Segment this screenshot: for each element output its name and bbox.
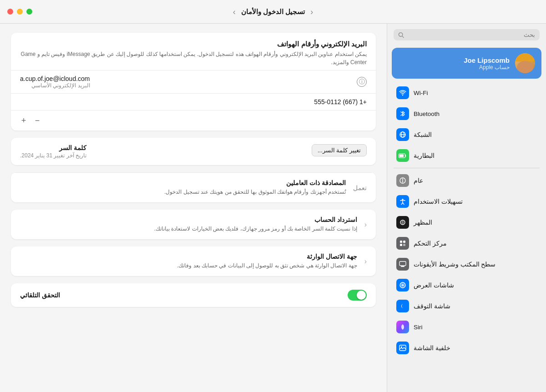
sidebar-item-sleep[interactable]: شاشة التوقف [390, 296, 543, 316]
desktop-icon [396, 258, 409, 271]
change-password-button[interactable]: تغيير كلمة السر... [312, 144, 367, 156]
toggle-thumb [357, 291, 366, 300]
close-button[interactable] [7, 9, 13, 15]
auto-signin-toggle[interactable] [348, 290, 367, 301]
legacy-row: ‹ جهة الاتصال الوارثة جهة الاتصال الوارث… [20, 253, 367, 270]
email-entry-right: a.cup.of.joe@icloud.com البريد الإلكترون… [20, 75, 90, 89]
svg-line-1 [402, 36, 404, 37]
email-section-header: البريد الإلكتروني وأرقام الهواتف يمكن اس… [11, 33, 376, 70]
svg-rect-18 [403, 244, 405, 246]
titlebar-nav: ‹ تسجيل الدخول والأمان › [233, 8, 313, 16]
sidebar-label-wallpaper: خلفية الشاشة [414, 344, 450, 352]
sidebar-item-accessibility[interactable]: تسهيلات الاستخدام [390, 191, 543, 211]
phone-value: +1 (667) 555-0112 [20, 98, 367, 106]
recovery-section: ‹ استرداد الحساب إذا نسيت كلمة السر الخا… [11, 210, 376, 239]
auto-signin-section: التحقق التلقائي [11, 283, 376, 307]
battery-icon [396, 149, 409, 162]
control-icon [396, 237, 409, 250]
svg-line-13 [403, 203, 404, 205]
sidebar-label-desktop: سطح المكتب وشريط الأيقونات [414, 261, 495, 268]
sidebar-label-wifi: Wi-Fi [414, 90, 428, 96]
sidebar-item-battery[interactable]: البطارية [390, 146, 543, 166]
nav-forward-button[interactable]: › [310, 8, 313, 16]
auto-signin-card: التحقق التلقائي [11, 283, 376, 307]
wifi-icon [396, 86, 409, 99]
sidebar-label-screensaver: شاشات العرض [414, 281, 454, 289]
password-section: تغيير كلمة السر... كلمة السر تاريخ آخر ت… [11, 138, 376, 165]
password-title: كلمة السر [20, 144, 86, 151]
recovery-title: استرداد الحساب [20, 216, 357, 223]
recovery-card: ‹ استرداد الحساب إذا نسيت كلمة السر الخا… [11, 210, 376, 239]
sidebar-label-display: المظهر [414, 219, 432, 226]
svg-point-8 [402, 179, 403, 180]
email-section-title: البريد الإلكتروني وأرقام الهواتف [20, 40, 367, 48]
password-date: تاريخ آخر تغيير 31 يناير 2024. [20, 152, 86, 159]
search-input-wrap [394, 29, 540, 40]
sidebar-label-general: عام [414, 177, 423, 184]
recovery-text: استرداد الحساب إذا نسيت كلمة السر الخاصة… [20, 216, 357, 233]
nav-back-button[interactable]: ‹ [233, 8, 236, 16]
avatar [515, 53, 535, 73]
email-section-description: يمكن استخدام عناوين البريد الإلكتروني وأ… [20, 50, 367, 66]
display-icon [396, 216, 409, 229]
two-factor-status: تعمل [353, 184, 367, 191]
legacy-chevron[interactable]: ‹ [364, 257, 367, 266]
titlebar: ‹ تسجيل الدخول والأمان › [0, 0, 546, 24]
network-icon [396, 128, 409, 141]
sidebar-item-control[interactable]: مركز التحكم [390, 233, 543, 253]
sidebar-label-siri: Siri [414, 324, 423, 331]
search-input[interactable] [407, 31, 535, 38]
general-icon [396, 174, 409, 187]
svg-rect-20 [401, 266, 404, 267]
recovery-chevron[interactable]: ‹ [364, 221, 367, 229]
maximize-button[interactable] [26, 9, 32, 15]
sidebar-item-screensaver[interactable]: شاشات العرض [390, 275, 543, 295]
legacy-description: جهة الاتصال الوارثة هي شخص تثق به للوصول… [20, 261, 357, 270]
svg-rect-17 [400, 244, 402, 246]
password-row: تغيير كلمة السر... كلمة السر تاريخ آخر ت… [20, 144, 367, 159]
sidebar-item-display[interactable]: المظهر [390, 212, 543, 232]
sidebar-label-control: مركز التحكم [414, 240, 447, 247]
sidebar-divider-1 [394, 168, 540, 168]
page-title: تسجيل الدخول والأمان [241, 8, 305, 16]
apple-id-text: Joe Lipscomb حساب Apple [464, 56, 510, 70]
svg-point-23 [401, 347, 402, 348]
sidebar-search [387, 24, 546, 46]
sidebar-item-wallpaper[interactable]: خلفية الشاشة [390, 338, 543, 358]
info-button[interactable]: ⓘ [357, 77, 367, 87]
two-factor-description: تُستخدم أجهزتك وأرقام هواتفك الموثوق بها… [20, 188, 346, 196]
sidebar-label-battery: البطارية [414, 152, 435, 159]
sidebar-label-accessibility: تسهيلات الاستخدام [414, 198, 463, 205]
sidebar-item-desktop[interactable]: سطح المكتب وشريط الأيقونات [390, 254, 543, 274]
phone-entry-row: +1 (667) 555-0112 [11, 93, 376, 110]
auto-signin-row: التحقق التلقائي [20, 290, 367, 301]
search-icon [398, 32, 404, 38]
avatar-face-skin [517, 61, 533, 73]
sidebar-item-wifi[interactable]: Wi-Fi [390, 83, 543, 103]
apple-id-card[interactable]: Joe Lipscomb حساب Apple [392, 48, 541, 79]
sleep-icon [396, 300, 409, 312]
remove-button[interactable]: − [31, 114, 44, 127]
two-factor-text: المصادقة ذات العاملين تُستخدم أجهزتك وأر… [20, 179, 346, 196]
add-button[interactable]: + [17, 114, 30, 127]
sidebar: Joe Lipscomb حساب Apple Wi-Fi [387, 24, 546, 392]
password-text-group: كلمة السر تاريخ آخر تغيير 31 يناير 2024. [20, 144, 86, 159]
sidebar-item-network[interactable]: الشبكة [390, 125, 543, 145]
sidebar-item-general[interactable]: عام [390, 171, 543, 191]
two-factor-section: تعمل المصادقة ذات العاملين تُستخدم أجهزت… [11, 172, 376, 202]
sidebar-item-bluetooth[interactable]: Bluetooth [390, 104, 543, 124]
auto-signin-label: التحقق التلقائي [20, 291, 60, 299]
two-factor-card: تعمل المصادقة ذات العاملين تُستخدم أجهزت… [11, 172, 376, 202]
bluetooth-icon [396, 107, 409, 120]
minimize-button[interactable] [17, 9, 23, 15]
sidebar-label-network: الشبكة [414, 131, 432, 138]
legacy-text: جهة الاتصال الوارثة جهة الاتصال الوارثة … [20, 253, 357, 270]
wallpaper-icon [396, 342, 409, 354]
legacy-section: ‹ جهة الاتصال الوارثة جهة الاتصال الوارث… [11, 246, 376, 276]
sidebar-label-sleep: شاشة التوقف [414, 302, 450, 310]
svg-rect-15 [400, 241, 402, 243]
sidebar-item-siri[interactable]: Siri [390, 317, 543, 337]
avatar-hat [515, 53, 535, 61]
svg-rect-6 [399, 154, 404, 157]
password-card: تغيير كلمة السر... كلمة السر تاريخ آخر ت… [11, 138, 376, 165]
